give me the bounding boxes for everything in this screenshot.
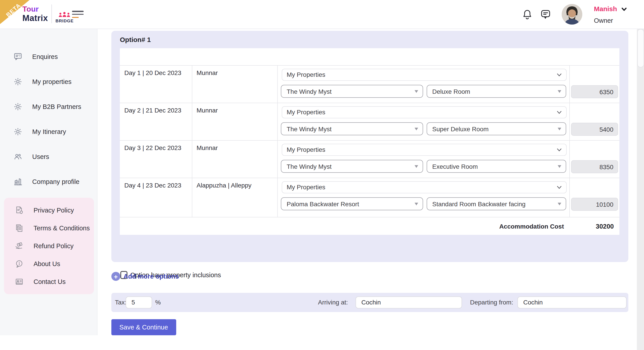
city-cell: Alappuzha | Alleppy [192,178,277,217]
logo-bridge-text: BRIDGE [56,18,74,23]
user-role: Owner [594,17,626,24]
accommodation-cell: My Properties The Windy Myst Super Delux… [277,103,569,140]
room-price: 5400 [571,123,618,136]
sidebar-item-terms-conditions[interactable]: Terms & Conditions [4,219,94,237]
day-cell: Day 4 | 23 Dec 2023 [120,178,192,217]
arriving-at-input[interactable] [356,296,462,308]
sidebar-item-label: Users [32,153,49,160]
dropdown-arrow-icon [558,128,561,130]
chevron-down-icon [557,111,562,114]
room-dropdown[interactable]: Standard Room Backwater facing [426,197,566,210]
dropdown-arrow-icon [414,128,418,130]
property-dropdown[interactable]: The Windy Myst [281,85,423,98]
city-cell: Munnar [192,103,277,140]
hand-money-icon [15,241,24,250]
city-cell: Munnar [192,140,277,178]
plus-icon: + [111,272,120,281]
room-dropdown[interactable]: Deluxe Room [426,85,566,98]
option-panel: Option# 1 Day 1 | 20 Dec 2023 Munnar My … [111,31,628,262]
tax-label: Tax: [115,299,126,306]
building-chart-icon [14,177,22,186]
dropdown-arrow-icon [414,165,418,168]
dropdown-arrow-icon [414,202,418,205]
info-bubble-icon [15,259,24,268]
sidebar-item-label: Company profile [32,178,80,185]
sidebar-item-about-us[interactable]: About Us [4,255,94,273]
gear-icon [14,77,22,86]
sidebar-item-label: Contact Us [34,278,66,285]
departing-from-label: Departing from: [470,299,513,306]
property-dropdown[interactable]: The Windy Myst [281,160,423,173]
sidebar-item-label: Enquires [32,53,58,60]
room-dropdown[interactable]: Super Deluxe Room [426,122,566,135]
user-avatar[interactable] [562,4,582,24]
bridge-people-icon [58,11,71,18]
chevron-down-icon[interactable] [622,7,626,11]
main-content: Option# 1 Day 1 | 20 Dec 2023 Munnar My … [98,29,637,350]
sidebar-item-label: Terms & Conditions [34,224,90,232]
top-header: Tour Matrix BRIDGE [0,0,644,29]
tax-unit: % [155,299,161,306]
sidebar-item-company-profile[interactable]: Company profile [0,173,97,191]
category-select[interactable]: My Properties [282,181,567,193]
accommodation-cell: My Properties The Windy Myst Executive R… [277,140,569,178]
room-price: 6350 [571,85,618,98]
sidebar-item-privacy-policy[interactable]: Privacy Policy [4,201,94,219]
accommodation-cell: My Properties The Windy Myst Deluxe Room [277,65,569,103]
sidebar-item-label: My Itinerary [32,128,66,135]
table-header-strip [120,48,619,65]
gear-icon [14,127,22,136]
add-more-options-label: Add more options [124,273,179,280]
day-cell: Day 2 | 21 Dec 2023 [120,103,192,140]
itinerary-table: Day 1 | 20 Dec 2023 Munnar My Properties… [120,48,619,235]
tax-input[interactable] [126,296,152,308]
users-icon [14,152,22,161]
save-continue-button[interactable]: Save & Continue [111,319,176,335]
city-cell: Munnar [192,65,277,103]
add-more-options-button[interactable]: + Add more options [111,272,179,281]
user-name[interactable]: Manish [594,5,617,12]
category-select[interactable]: My Properties [282,106,567,118]
chevron-down-icon [557,186,562,189]
room-price: 10100 [571,198,618,211]
day-cell: Day 1 | 20 Dec 2023 [120,65,192,103]
summary-bar: Tax: % Arriving at: Departing from: [111,293,628,312]
dropdown-arrow-icon [558,90,561,93]
accommodation-cost-value: 30200 [569,217,619,235]
sidebar: ? Enquires My properties My B2B Partners [0,29,98,335]
contact-card-icon [15,277,24,286]
document-shield-icon [15,206,24,215]
property-dropdown[interactable]: Paloma Backwater Resort [281,197,423,210]
app-logo: Tour Matrix BRIDGE [22,4,74,23]
sidebar-item-my-properties[interactable]: My properties [0,73,97,91]
chevron-down-icon [557,148,562,151]
category-select[interactable]: My Properties [282,144,567,156]
sidebar-item-contact-us[interactable]: Contact Us [4,273,94,291]
accommodation-cell: My Properties Paloma Backwater Resort St… [277,178,569,217]
sidebar-item-b2b-partners[interactable]: My B2B Partners [0,98,97,116]
notification-bell-icon[interactable] [522,9,533,20]
sidebar-item-refund-policy[interactable]: Refund Policy [4,237,94,255]
room-dropdown[interactable]: Executive Room [426,160,566,173]
chat-message-icon[interactable] [540,9,551,20]
dropdown-arrow-icon [558,202,561,205]
sidebar-item-label: My properties [32,78,72,85]
departing-from-input[interactable] [518,296,626,308]
scrollbar-thumb[interactable] [637,29,644,67]
svg-text:?: ? [18,54,20,58]
dropdown-arrow-icon [414,90,418,93]
sidebar-item-label: About Us [34,260,60,267]
chevron-down-icon [557,73,562,76]
gear-icon [14,102,22,111]
hamburger-menu-icon[interactable] [72,11,84,19]
sidebar-item-label: Privacy Policy [34,207,74,214]
sidebar-item-enquires[interactable]: ? Enquires [0,48,97,66]
option-panel-title: Option# 1 [120,36,151,43]
scrollbar-track[interactable] [637,29,644,350]
category-select[interactable]: My Properties [282,68,567,81]
property-dropdown[interactable]: The Windy Myst [281,122,423,135]
price-cell: 5400 [569,103,619,140]
enquiry-chat-icon: ? [14,52,22,61]
sidebar-item-my-itinerary[interactable]: My Itinerary [0,123,97,141]
sidebar-item-users[interactable]: Users [0,148,97,166]
